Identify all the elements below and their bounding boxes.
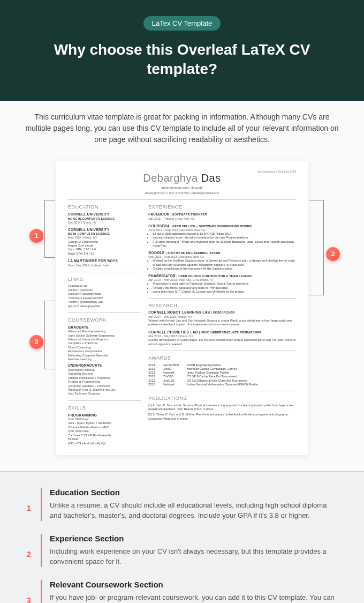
cv-award-row: 20141st/50Microsoft Coding Competition, … <box>148 367 296 371</box>
cv-preview-container: 1 2 3 Last Updated on 21st June 2019 Deb… <box>0 156 364 471</box>
cv-research-item: CORNELL ROBOT LEARNING LAB | RESEARCHERJ… <box>148 310 296 326</box>
cv-education-item: LA MARTINIERE FOR BOYSGrad. May 2011 | K… <box>68 259 141 267</box>
bracket-3 <box>44 301 55 369</box>
explanation-item: 1Education SectionUnlike a resume, a CV … <box>27 488 337 521</box>
cv-award-row: 2014top 52/2500KPCB Engineering Fellow <box>148 363 296 367</box>
cv-contact-1: debarghyadas.com | fb.co/dd <box>68 186 296 190</box>
cv-experience-item: FACEBOOK | SOFTWARE ENGINEERJan 2015 – P… <box>148 212 296 221</box>
cv-undergrad-body: Information Retrieval Operating Systems … <box>68 368 141 396</box>
cv-experience-heading: EXPERIENCE <box>148 204 296 211</box>
cv-programming-heading: PROGRAMMING <box>68 413 141 418</box>
cv-undergrad-heading: UNDERGRADUATE <box>68 363 141 368</box>
cv-publication-item: [2] S. Tilsen, D. Das, and B. McKee. Rea… <box>148 413 296 421</box>
explanation-text: If you have job- or program-relevant cou… <box>50 592 337 603</box>
cv-award-row: 2011NationalIndian National Mathematics … <box>148 383 296 386</box>
explanation-text: Unlike a resume, a CV should include all… <box>50 500 337 521</box>
cv-education-item: CORNELL UNIVERSITYMENG IN COMPUTER SCIEN… <box>68 212 141 225</box>
cv-publications-heading: PUBLICATIONS <box>148 396 296 402</box>
page-title: Why choose this Overleaf LaTeX CV templa… <box>21 40 343 79</box>
cv-award-row: 2013NationalJump Trading Challenge Final… <box>148 371 296 375</box>
hero-section: LaTex CV Template Why choose this Overle… <box>0 0 364 101</box>
cv-research-heading: RESEARCH <box>148 303 296 309</box>
cv-skills-heading: SKILLS <box>68 405 141 412</box>
cv-education-item: CORNELL UNIVERSITYBS IN COMPUTER SCIENCE… <box>68 228 141 256</box>
cv-experience-item: PHABRICATOR | OPEN SOURCE CONTRIBUTOR & … <box>148 274 296 294</box>
explanation-number: 2 <box>27 534 33 567</box>
explanation-title: Relevant Coursework Section <box>50 580 337 589</box>
cv-research-item: CORNELL PHONETICS LAB | HEAD UNDERGRADUA… <box>148 330 296 346</box>
explanation-title: Education Section <box>50 488 337 497</box>
explanation-number: 3 <box>27 580 33 603</box>
cv-graduate-heading: GRADUATE <box>68 325 141 330</box>
explanation-section: 1Education SectionUnlike a resume, a CV … <box>0 472 364 603</box>
cv-graduate-body: Advanced Machine Learning Open Source So… <box>68 330 141 361</box>
explanation-number: 1 <box>27 488 33 521</box>
explanation-text: Including work experience on your CV isn… <box>50 546 337 567</box>
cv-experience-item: GOOGLE | SOFTWARE ENGINEERING INTERNMay … <box>148 251 296 271</box>
cv-education-heading: EDUCATION <box>68 204 141 211</box>
cv-awards-heading: AWARDS <box>148 355 296 362</box>
callout-marker-1: 1 <box>29 229 43 243</box>
explanation-item: 3Relevant Coursework SectionIf you have … <box>27 580 337 603</box>
cv-publication-item: [1] A. Jain, D. Das, and A. Saxena. Plan… <box>148 404 296 412</box>
bracket-1 <box>44 200 55 258</box>
category-badge: LaTex CV Template <box>143 16 221 31</box>
cv-skills-body: Over 5000 lines: Java • Shell • Python •… <box>68 418 141 445</box>
cv-last-updated: Last Updated on 21st June 2019 <box>257 170 296 174</box>
cv-document: Last Updated on 21st June 2019 Debarghya… <box>56 161 308 455</box>
cv-links-heading: LINKS <box>68 277 141 283</box>
cv-coursework-heading: COURSEWORK <box>68 317 141 324</box>
cv-award-row: 20122nd/150CS 3110 Biannual Intra-Class … <box>148 379 296 383</box>
cv-contact-2: deedy@fb.com | 607.379.5733 | dd367@corn… <box>68 191 296 196</box>
cv-experience-item: COURSERA | KPCB FELLOW + SOFTWARE ENGINE… <box>148 224 296 248</box>
explanation-item: 2Experience SectionIncluding work experi… <box>27 534 337 567</box>
callout-marker-2: 2 <box>326 247 340 261</box>
cv-links-body: Facebook:// dd Github:// deedydas Linked… <box>68 284 141 308</box>
bracket-2 <box>309 200 324 295</box>
callout-marker-3: 3 <box>29 335 43 349</box>
explanation-title: Experience Section <box>50 534 337 543</box>
cv-award-row: 20137th/120CS 3410 Cache Race Bot Tourna… <box>148 375 296 378</box>
intro-text: This curriculum vitae template is great … <box>0 101 364 156</box>
